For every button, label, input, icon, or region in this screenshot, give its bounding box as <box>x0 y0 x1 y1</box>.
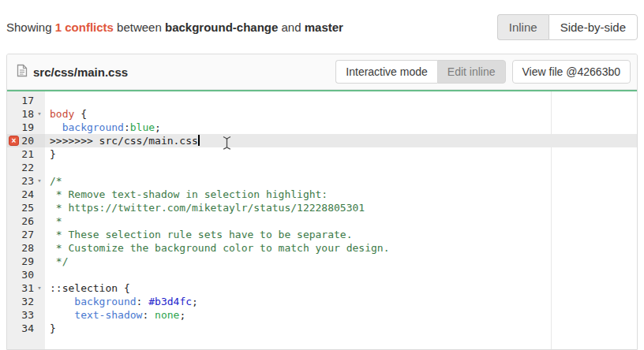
conflicts-header: Showing 1 conflicts between background-c… <box>0 0 644 54</box>
gutter-cell: 33 <box>7 308 45 322</box>
line-number: 22 <box>7 161 34 174</box>
line-number: 32 <box>7 295 34 308</box>
code-token: #b3d4fc <box>148 296 192 307</box>
code-line[interactable]: 31▾::selection { <box>7 281 637 295</box>
summary-prefix: Showing <box>6 20 52 34</box>
gutter-cell: 23▾ <box>7 174 45 188</box>
code-line[interactable]: 17 <box>7 94 637 107</box>
code-line[interactable]: 18▾body { <box>7 107 637 121</box>
code-text[interactable]: /* <box>45 174 637 188</box>
conflict-count: 1 conflicts <box>55 20 114 34</box>
code-text[interactable] <box>45 161 637 174</box>
code-editor[interactable]: 161718▾body {19 background:blue;×20>>>>>… <box>7 90 637 350</box>
error-icon: × <box>9 136 19 146</box>
code-text[interactable]: * Customize the background color to matc… <box>45 241 637 255</box>
line-number: 29 <box>7 255 34 268</box>
code-token: * Remove text-shadow in selection highli… <box>50 188 328 200</box>
code-line[interactable]: 33 text-shadow: none; <box>7 308 637 322</box>
code-text[interactable]: * <box>45 214 637 228</box>
gutter-cell: 26 <box>7 214 45 228</box>
line-number: 34 <box>7 322 34 335</box>
code-line[interactable]: ×20>>>>>>> src/css/main.css <box>7 134 637 147</box>
code-line[interactable]: 28 * Customize the background color to m… <box>7 241 637 255</box>
code-text[interactable]: >>>>>>> src/css/main.css <box>45 134 637 147</box>
line-number: 26 <box>7 214 34 228</box>
gutter-cell: 34 <box>7 322 45 335</box>
file-actions: Interactive mode Edit inline View file @… <box>335 60 631 84</box>
code-text[interactable]: * Remove text-shadow in selection highli… <box>45 188 637 201</box>
code-text[interactable]: } <box>45 147 637 161</box>
gutter-cell: 21 <box>7 147 45 161</box>
fold-arrow-icon[interactable]: ▾ <box>34 281 45 295</box>
line-number: 28 <box>7 241 34 255</box>
code-token: } <box>50 322 56 334</box>
code-line[interactable]: 24 * Remove text-shadow in selection hig… <box>7 188 637 201</box>
code-text[interactable] <box>45 268 637 281</box>
code-line[interactable]: 25 * https://twitter.com/miketaylr/statu… <box>7 201 637 214</box>
fold-slot <box>34 241 45 255</box>
code-line[interactable]: 27 * These selection rule sets have to b… <box>7 228 637 241</box>
view-mode-toggle: Inline Side-by-side <box>497 14 638 40</box>
fold-slot <box>34 188 45 201</box>
code-text[interactable]: ::selection { <box>45 281 637 295</box>
fold-slot <box>34 255 45 268</box>
line-number: 27 <box>7 228 34 241</box>
code-token: */ <box>50 255 68 267</box>
code-line[interactable]: 26 * <box>7 214 637 228</box>
code-text[interactable] <box>45 94 637 107</box>
code-token: : <box>137 296 149 307</box>
code-line[interactable]: 32 background: #b3d4fc; <box>7 295 637 308</box>
line-number: 31 <box>7 281 34 295</box>
editor-caret <box>198 135 200 146</box>
gutter-cell: 24 <box>7 188 45 201</box>
line-number: 24 <box>7 188 34 201</box>
line-number: 30 <box>7 268 34 281</box>
code-token: background <box>74 296 136 307</box>
code-text[interactable]: background: #b3d4fc; <box>45 295 637 308</box>
code-text[interactable]: * https://twitter.com/miketaylr/status/1… <box>45 201 637 214</box>
gutter-cell: 29 <box>7 255 45 268</box>
code-text[interactable]: body { <box>45 107 637 121</box>
fold-slot <box>34 121 45 134</box>
fold-slot <box>34 134 45 147</box>
gutter-cell: 17 <box>7 94 45 107</box>
code-token: * https://twitter.com/miketaylr/status/1… <box>50 202 365 214</box>
gutter-cell: 22 <box>7 161 45 174</box>
code-line[interactable]: 34} <box>7 322 637 335</box>
side-by-side-view-button[interactable]: Side-by-side <box>549 14 638 40</box>
code-token: /* <box>50 175 62 187</box>
code-text[interactable]: } <box>45 322 637 335</box>
code-line[interactable]: 22 <box>7 161 637 174</box>
line-number: 17 <box>7 94 34 107</box>
code-text[interactable]: text-shadow: none; <box>45 308 637 322</box>
gutter-cell: 27 <box>7 228 45 241</box>
interactive-mode-button[interactable]: Interactive mode <box>335 60 437 84</box>
view-file-button[interactable]: View file @42663b0 <box>512 60 631 84</box>
summary-conjunction: and <box>282 20 301 34</box>
gutter-cell: 30 <box>7 268 45 281</box>
fold-slot <box>34 295 45 308</box>
edit-inline-button[interactable]: Edit inline <box>437 60 506 84</box>
code-line[interactable]: 29 */ <box>7 255 637 268</box>
line-number: 21 <box>7 147 34 161</box>
fold-arrow-icon[interactable]: ▾ <box>34 174 45 188</box>
code-token: >>>>>>> src/css/main.css <box>50 135 198 147</box>
line-number: 18 <box>7 107 34 121</box>
gutter-cell: 19 <box>7 121 45 134</box>
code-line[interactable]: 21} <box>7 147 637 161</box>
fold-slot <box>34 201 45 214</box>
code-text[interactable]: background:blue; <box>45 121 637 134</box>
gutter-cell: ×20 <box>7 134 45 147</box>
code-token: background <box>62 121 124 133</box>
fold-arrow-icon[interactable]: ▾ <box>34 107 45 121</box>
code-text[interactable]: */ <box>45 255 637 268</box>
code-line[interactable]: 23▾/* <box>7 174 637 188</box>
line-number: 25 <box>7 201 34 214</box>
code-line[interactable]: 19 background:blue; <box>7 121 637 134</box>
inline-view-button[interactable]: Inline <box>497 14 549 40</box>
fold-slot <box>34 94 45 107</box>
code-text[interactable]: * These selection rule sets have to be s… <box>45 228 637 241</box>
code-line[interactable]: 30 <box>7 268 637 281</box>
code-token: blue <box>130 121 155 133</box>
gutter-cell: 18▾ <box>7 107 45 121</box>
